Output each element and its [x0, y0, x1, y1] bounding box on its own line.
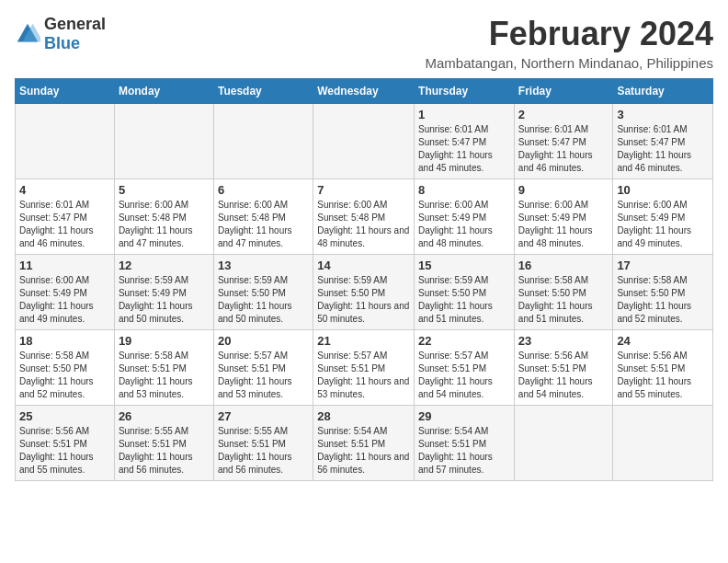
day-number: 15 — [418, 259, 510, 272]
calendar-week-row: 4Sunrise: 6:01 AMSunset: 5:47 PMDaylight… — [16, 179, 713, 255]
day-info: Sunrise: 5:56 AMSunset: 5:51 PMDaylight:… — [617, 350, 709, 401]
day-number: 9 — [518, 183, 609, 197]
calendar-cell: 1Sunrise: 6:01 AMSunset: 5:47 PMDaylight… — [415, 104, 515, 179]
calendar-cell: 9Sunrise: 6:00 AMSunset: 5:49 PMDaylight… — [514, 179, 613, 255]
day-number: 11 — [19, 259, 110, 272]
day-number: 12 — [119, 259, 210, 272]
calendar-header: Sunday Monday Tuesday Wednesday Thursday… — [16, 79, 713, 104]
calendar-week-row: 1Sunrise: 6:01 AMSunset: 5:47 PMDaylight… — [16, 104, 713, 179]
logo-icon — [15, 21, 40, 47]
day-info: Sunrise: 5:57 AMSunset: 5:51 PMDaylight:… — [218, 350, 309, 401]
calendar-week-row: 18Sunrise: 5:58 AMSunset: 5:50 PMDayligh… — [16, 330, 713, 406]
calendar-cell — [613, 406, 713, 481]
day-info: Sunrise: 6:00 AMSunset: 5:49 PMDaylight:… — [418, 199, 510, 250]
day-info: Sunrise: 5:59 AMSunset: 5:50 PMDaylight:… — [218, 274, 309, 326]
day-info: Sunrise: 6:00 AMSunset: 5:48 PMDaylight:… — [218, 199, 309, 250]
calendar-cell: 13Sunrise: 5:59 AMSunset: 5:50 PMDayligh… — [213, 255, 313, 330]
header-row: Sunday Monday Tuesday Wednesday Thursday… — [16, 79, 713, 104]
calendar-cell: 14Sunrise: 5:59 AMSunset: 5:50 PMDayligh… — [313, 255, 415, 330]
day-info: Sunrise: 5:58 AMSunset: 5:51 PMDaylight:… — [119, 350, 210, 401]
calendar-cell: 5Sunrise: 6:00 AMSunset: 5:48 PMDaylight… — [114, 179, 213, 255]
day-number: 28 — [317, 409, 410, 423]
calendar-week-row: 25Sunrise: 5:56 AMSunset: 5:51 PMDayligh… — [16, 406, 713, 481]
day-number: 20 — [218, 334, 309, 348]
calendar-week-row: 11Sunrise: 6:00 AMSunset: 5:49 PMDayligh… — [16, 255, 713, 330]
day-number: 21 — [317, 334, 410, 348]
calendar-cell: 16Sunrise: 5:58 AMSunset: 5:50 PMDayligh… — [514, 255, 613, 330]
title-area: February 2024 Mambatangan, Northern Mind… — [425, 15, 713, 71]
day-number: 26 — [119, 409, 210, 423]
header-monday: Monday — [114, 79, 213, 104]
calendar-cell: 7Sunrise: 6:00 AMSunset: 5:48 PMDaylight… — [313, 179, 415, 255]
day-info: Sunrise: 6:00 AMSunset: 5:48 PMDaylight:… — [317, 199, 410, 250]
day-info: Sunrise: 5:58 AMSunset: 5:50 PMDaylight:… — [19, 350, 110, 401]
day-info: Sunrise: 6:00 AMSunset: 5:49 PMDaylight:… — [19, 274, 110, 326]
day-info: Sunrise: 6:01 AMSunset: 5:47 PMDaylight:… — [418, 123, 510, 175]
header-thursday: Thursday — [415, 79, 515, 104]
day-info: Sunrise: 5:58 AMSunset: 5:50 PMDaylight:… — [518, 274, 609, 326]
day-info: Sunrise: 5:59 AMSunset: 5:50 PMDaylight:… — [317, 274, 410, 326]
calendar-cell: 27Sunrise: 5:55 AMSunset: 5:51 PMDayligh… — [213, 406, 313, 481]
calendar-cell: 24Sunrise: 5:56 AMSunset: 5:51 PMDayligh… — [613, 330, 713, 406]
day-number: 7 — [317, 183, 410, 197]
day-number: 10 — [617, 183, 709, 197]
calendar-cell — [16, 104, 115, 179]
day-info: Sunrise: 5:54 AMSunset: 5:51 PMDaylight:… — [317, 425, 410, 477]
header-wednesday: Wednesday — [313, 79, 415, 104]
header: General Blue February 2024 Mambatangan, … — [15, 15, 713, 71]
calendar-cell: 23Sunrise: 5:56 AMSunset: 5:51 PMDayligh… — [514, 330, 613, 406]
calendar-cell: 11Sunrise: 6:00 AMSunset: 5:49 PMDayligh… — [16, 255, 115, 330]
day-number: 16 — [518, 259, 609, 272]
calendar-cell — [313, 104, 415, 179]
day-info: Sunrise: 5:57 AMSunset: 5:51 PMDaylight:… — [317, 350, 410, 401]
main-title: February 2024 — [425, 15, 713, 53]
day-number: 18 — [19, 334, 110, 348]
calendar-cell: 19Sunrise: 5:58 AMSunset: 5:51 PMDayligh… — [114, 330, 213, 406]
calendar-cell: 10Sunrise: 6:00 AMSunset: 5:49 PMDayligh… — [613, 179, 713, 255]
day-info: Sunrise: 6:00 AMSunset: 5:49 PMDaylight:… — [617, 199, 709, 250]
calendar-cell: 25Sunrise: 5:56 AMSunset: 5:51 PMDayligh… — [16, 406, 115, 481]
calendar-cell: 6Sunrise: 6:00 AMSunset: 5:48 PMDaylight… — [213, 179, 313, 255]
logo: General Blue — [15, 15, 106, 53]
calendar-cell: 4Sunrise: 6:01 AMSunset: 5:47 PMDaylight… — [16, 179, 115, 255]
day-number: 3 — [617, 108, 709, 121]
day-info: Sunrise: 5:59 AMSunset: 5:49 PMDaylight:… — [119, 274, 210, 326]
logo-general-text: General — [44, 15, 106, 33]
day-number: 4 — [19, 183, 110, 197]
calendar-cell: 20Sunrise: 5:57 AMSunset: 5:51 PMDayligh… — [213, 330, 313, 406]
day-info: Sunrise: 6:00 AMSunset: 5:48 PMDaylight:… — [119, 199, 210, 250]
day-number: 13 — [218, 259, 309, 272]
calendar-cell: 29Sunrise: 5:54 AMSunset: 5:51 PMDayligh… — [415, 406, 515, 481]
calendar-table: Sunday Monday Tuesday Wednesday Thursday… — [15, 78, 713, 481]
day-number: 1 — [418, 108, 510, 121]
day-info: Sunrise: 6:01 AMSunset: 5:47 PMDaylight:… — [617, 123, 709, 175]
calendar-body: 1Sunrise: 6:01 AMSunset: 5:47 PMDaylight… — [16, 104, 713, 481]
day-number: 22 — [418, 334, 510, 348]
calendar-cell: 2Sunrise: 6:01 AMSunset: 5:47 PMDaylight… — [514, 104, 613, 179]
day-info: Sunrise: 5:55 AMSunset: 5:51 PMDaylight:… — [218, 425, 309, 477]
calendar-cell: 28Sunrise: 5:54 AMSunset: 5:51 PMDayligh… — [313, 406, 415, 481]
day-number: 19 — [119, 334, 210, 348]
calendar-cell — [114, 104, 213, 179]
header-sunday: Sunday — [16, 79, 115, 104]
day-info: Sunrise: 5:56 AMSunset: 5:51 PMDaylight:… — [518, 350, 609, 401]
day-info: Sunrise: 5:59 AMSunset: 5:50 PMDaylight:… — [418, 274, 510, 326]
day-number: 29 — [418, 409, 510, 423]
header-friday: Friday — [514, 79, 613, 104]
calendar-cell: 3Sunrise: 6:01 AMSunset: 5:47 PMDaylight… — [613, 104, 713, 179]
calendar-cell: 15Sunrise: 5:59 AMSunset: 5:50 PMDayligh… — [415, 255, 515, 330]
calendar-cell: 17Sunrise: 5:58 AMSunset: 5:50 PMDayligh… — [613, 255, 713, 330]
day-number: 24 — [617, 334, 709, 348]
day-number: 14 — [317, 259, 410, 272]
calendar-cell: 8Sunrise: 6:00 AMSunset: 5:49 PMDaylight… — [415, 179, 515, 255]
day-number: 23 — [518, 334, 609, 348]
day-number: 6 — [218, 183, 309, 197]
day-number: 5 — [119, 183, 210, 197]
header-saturday: Saturday — [613, 79, 713, 104]
calendar-cell — [514, 406, 613, 481]
logo-blue-text: Blue — [44, 34, 80, 52]
day-info: Sunrise: 5:57 AMSunset: 5:51 PMDaylight:… — [418, 350, 510, 401]
header-tuesday: Tuesday — [213, 79, 313, 104]
day-number: 27 — [218, 409, 309, 423]
day-info: Sunrise: 6:01 AMSunset: 5:47 PMDaylight:… — [518, 123, 609, 175]
